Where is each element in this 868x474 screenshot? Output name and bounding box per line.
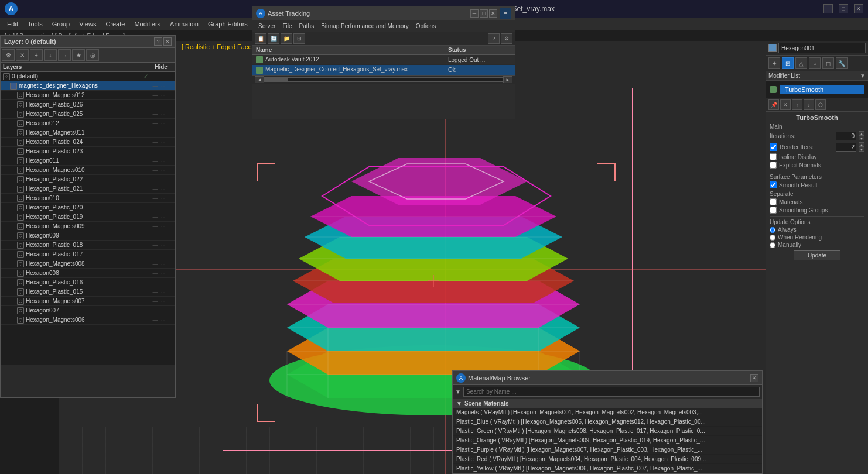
modifier-list-header[interactable]: Modifier List ▼ [766, 71, 868, 81]
material-item-3[interactable]: Plastic_Orange ( VRayMtl ) [Hexagon_Magn… [453, 436, 762, 445]
menu-item-group[interactable]: Group [47, 19, 75, 29]
layer-vis-24[interactable]: — [149, 298, 161, 304]
asset-tool-2[interactable]: 🔄 [268, 33, 279, 44]
menu-item-modifiers[interactable]: Modifiers [129, 19, 165, 29]
layer-vis-26[interactable]: — [149, 317, 161, 323]
material-item-0[interactable]: Magnets ( VRayMtl ) [Hexagon_Magnets001,… [453, 408, 762, 417]
asset-menu-bitmap-performance-and-memory[interactable]: Bitmap Performance and Memory [317, 22, 412, 30]
layer-vis-25[interactable]: — [149, 308, 161, 314]
layer-vis-19[interactable]: — [149, 252, 161, 257]
layer-item[interactable]: ⬡Hexagon_Magnets008—··· [1, 259, 175, 269]
materials-checkbox[interactable] [770, 198, 777, 205]
layer-item[interactable]: ⬡Hexagon_Plastic_017—··· [1, 250, 175, 259]
layer-item[interactable]: ⬡Hexagon_Plastic_020—··· [1, 203, 175, 212]
layer-vis-7[interactable]: — [149, 139, 161, 145]
layer-vis-23[interactable]: — [149, 289, 161, 295]
asset-tool-3[interactable]: 📁 [281, 33, 292, 44]
layer-vis-1[interactable]: — [149, 83, 161, 89]
layer-move-btn[interactable]: → [58, 49, 71, 61]
render-iters-checkbox[interactable] [770, 143, 777, 151]
layer-item[interactable]: magnetic_designer_Hexagons—··· [1, 81, 175, 91]
layer-add-btn[interactable]: + [30, 49, 43, 61]
modifier-list-dropdown-arrow[interactable]: ▼ [860, 73, 866, 79]
move-up-btn[interactable]: ↑ [792, 99, 802, 110]
layer-vis-5[interactable]: — [149, 121, 161, 126]
render-iters-up-btn[interactable]: ▲ [859, 142, 864, 147]
layer-item[interactable]: ⬡Hexagon008—··· [1, 269, 175, 278]
layer-item[interactable]: ⬡Hexagon012—··· [1, 119, 175, 128]
asset-menu-server[interactable]: Server [255, 22, 279, 30]
layer-delete-btn[interactable]: ✕ [16, 49, 29, 61]
make-unique-btn[interactable]: ⬡ [815, 99, 826, 110]
menu-item-animation[interactable]: Animation [165, 19, 203, 29]
asset-extra-btn[interactable]: ≡ [500, 8, 511, 19]
layer-vis-6[interactable]: — [149, 130, 161, 136]
layer-item[interactable]: ⬡Hexagon_Plastic_026—··· [1, 100, 175, 109]
asset-menu-options[interactable]: Options [412, 22, 439, 30]
render-iters-input[interactable] [836, 143, 856, 152]
layer-vis-2[interactable]: — [149, 92, 161, 98]
layer-isolate-btn[interactable]: ◎ [86, 49, 99, 61]
menu-item-create[interactable]: Create [101, 19, 129, 29]
layers-close-btn[interactable]: ✕ [163, 37, 172, 46]
layer-item[interactable]: ⬡Hexagon_Magnets011—··· [1, 128, 175, 138]
iterations-down-btn[interactable]: ▼ [859, 136, 864, 140]
layer-highlight-btn[interactable]: ★ [72, 49, 85, 61]
layer-item[interactable]: ○0 (default)✓—··· [1, 72, 175, 81]
create-tab-icon[interactable]: ✦ [768, 57, 780, 69]
layer-item[interactable]: ⬡Hexagon_Magnets009—··· [1, 222, 175, 231]
motion-tab-icon[interactable]: ○ [809, 57, 821, 69]
asset-tool-1[interactable]: 📋 [255, 33, 266, 44]
pin-stack-btn[interactable]: 📌 [768, 99, 779, 110]
layer-vis-11[interactable]: — [149, 177, 161, 183]
modify-tab-icon[interactable]: ⊞ [782, 57, 794, 69]
layer-select-btn[interactable]: ↓ [44, 49, 57, 61]
menu-item-graph-editors[interactable]: Graph Editors [203, 19, 252, 29]
layer-item[interactable]: ⬡Hexagon_Plastic_019—··· [1, 212, 175, 222]
display-tab-icon[interactable]: ◻ [822, 57, 834, 69]
layer-vis-12[interactable]: — [149, 186, 161, 192]
material-item-6[interactable]: Plastic_Yellow ( VRayMtl ) [Hexagon_Magn… [453, 464, 762, 473]
layer-vis-17[interactable]: — [149, 233, 161, 239]
menu-item-tools[interactable]: Tools [23, 19, 47, 29]
maximize-button[interactable]: □ [839, 4, 848, 13]
menu-item-edit[interactable]: Edit [2, 19, 23, 29]
asset-tool-4[interactable]: ⊞ [293, 33, 305, 44]
utilities-tab-icon[interactable]: 🔧 [836, 57, 848, 69]
layers-list[interactable]: ○0 (default)✓—···magnetic_designer_Hexag… [1, 72, 175, 365]
smoothing-groups-checkbox[interactable] [770, 207, 777, 214]
layers-question-btn[interactable]: ? [154, 37, 162, 46]
move-down-btn[interactable]: ↓ [804, 99, 814, 110]
layer-item[interactable]: ⬡Hexagon_Plastic_021—··· [1, 184, 175, 194]
asset-settings-btn[interactable]: ⚙ [501, 33, 512, 44]
when-rendering-radio[interactable] [770, 235, 775, 241]
remove-modifier-btn[interactable]: ✕ [780, 99, 791, 110]
layer-item[interactable]: ⬡Hexagon_Magnets010—··· [1, 166, 175, 175]
material-search-input[interactable] [463, 387, 760, 397]
update-button[interactable]: Update [794, 250, 840, 260]
layer-item[interactable]: ⬡Hexagon_Magnets007—··· [1, 297, 175, 306]
asset-help-btn[interactable]: ? [488, 33, 500, 44]
scroll-right-btn[interactable]: ► [503, 76, 512, 83]
layer-item[interactable]: ⬡Hexagon_Plastic_023—··· [1, 147, 175, 156]
layer-vis-14[interactable]: — [149, 205, 161, 211]
asset-row-0[interactable]: Autodesk Vault 2012Logged Out ... [252, 55, 515, 65]
close-button[interactable]: ✕ [854, 4, 863, 13]
object-name-field[interactable] [778, 43, 866, 53]
layer-vis-0[interactable]: — [149, 74, 161, 80]
asset-minimize-btn[interactable]: ─ [470, 9, 479, 18]
material-item-4[interactable]: Plastic_Purple ( VRayMtl ) [Hexagon_Magn… [453, 445, 762, 455]
layer-vis-10[interactable]: — [149, 167, 161, 173]
manually-radio[interactable] [770, 242, 775, 248]
layer-vis-8[interactable]: — [149, 149, 161, 154]
turbosmooth-modifier-item[interactable]: TurboSmooth [780, 85, 864, 94]
smooth-result-checkbox[interactable] [770, 181, 777, 188]
layer-item[interactable]: ⬡Hexagon010—··· [1, 194, 175, 203]
layer-item[interactable]: ⬡Hexagon_Plastic_018—··· [1, 241, 175, 250]
asset-row-1[interactable]: Magnetic_Designer_Colored_Hexagons_Set_v… [252, 65, 515, 75]
layer-vis-16[interactable]: — [149, 224, 161, 229]
hierarchy-tab-icon[interactable]: △ [795, 57, 807, 69]
object-color-swatch[interactable] [768, 44, 777, 52]
material-item-1[interactable]: Plastic_Blue ( VRayMtl ) [Hexagon_Magnet… [453, 417, 762, 427]
layer-item[interactable]: ⬡Hexagon_Plastic_016—··· [1, 278, 175, 287]
